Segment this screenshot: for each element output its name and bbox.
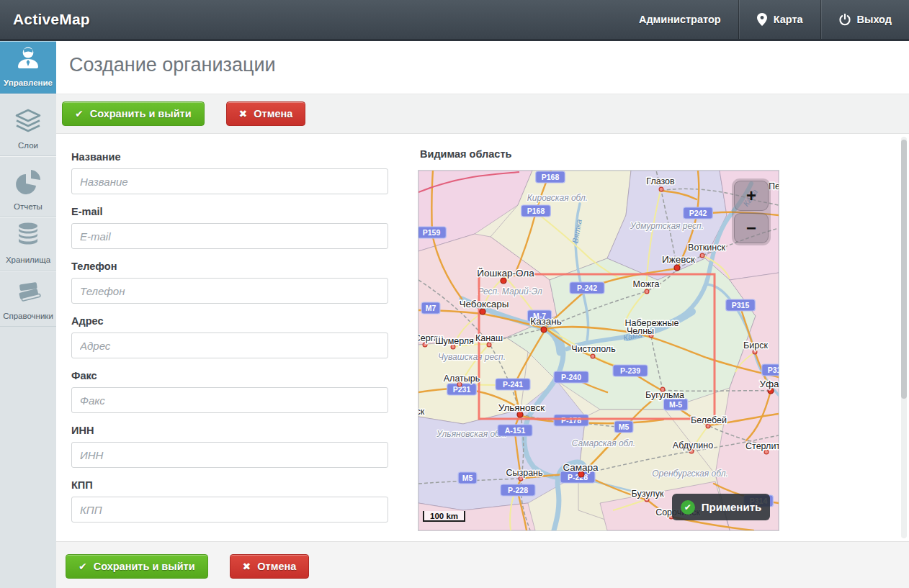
x-icon: ✖ (243, 561, 251, 571)
apply-button[interactable]: ✔ Применить (672, 494, 770, 520)
zoom-in-button[interactable]: + (734, 181, 769, 211)
road-badge-label: P242 (689, 209, 707, 217)
road-badge-label: Р-241 (503, 380, 523, 389)
fax-input[interactable] (71, 387, 388, 413)
cancel-button-bottom[interactable]: ✖ Отмена (230, 554, 310, 579)
region-label: Кировская обл. (527, 193, 588, 203)
map-canvas[interactable]: КамаВяткаКама Кировская обл.Удмуртская р… (418, 170, 779, 531)
city-label: Ульяновск (498, 402, 545, 413)
city-dot (541, 327, 547, 333)
sidebar-item-layers[interactable]: Слои (0, 94, 56, 156)
city-label: Ижевск (662, 254, 695, 265)
region-label: Самарская обл. (572, 438, 635, 448)
topbar-menu: Администратор Карта Выход (622, 0, 909, 39)
sidebar: Управление Слои Отчеты Хранилища Справоч… (0, 41, 56, 588)
city-label: Саранск (418, 407, 425, 417)
city-dot (480, 309, 485, 315)
top-action-band: ✔ Сохранить и выйти ✖ Отмена (56, 94, 909, 134)
bottom-action-band: ✔ Сохранить и выйти ✖ Отмена (56, 541, 909, 588)
email-label: E-mail (71, 206, 388, 217)
city-label: Чистополь (571, 344, 615, 354)
road-badge-label: Р-242 (577, 284, 597, 292)
city-label: Чебоксары (459, 299, 509, 309)
scrollbar-thumb[interactable] (901, 140, 907, 399)
road-badge-label: Р-178 (561, 416, 581, 425)
sidebar-item-directories[interactable]: Справочники (0, 271, 56, 327)
road-badge-label: М5 (619, 422, 630, 431)
email-input[interactable] (71, 223, 388, 249)
map-zoom-control: + − (732, 178, 771, 245)
city-label: Уфа (759, 379, 779, 389)
form-field-kpp: КПП (71, 479, 388, 523)
kpp-label: КПП (71, 479, 388, 491)
topbar: ActiveMap Администратор Карта Выход (0, 0, 909, 41)
address-label: Адрес (71, 315, 388, 327)
road-badge-label: Р-239 (620, 366, 640, 375)
x-icon: ✖ (239, 109, 248, 119)
visible-area-label: Видимая область (420, 148, 511, 160)
road-badge-label: Р-240 (561, 373, 581, 381)
road-badge-label: Р-228 (568, 473, 588, 481)
road-badge-label: P159 (423, 228, 441, 237)
phone-label: Телефон (71, 261, 388, 272)
phone-input[interactable] (71, 278, 388, 304)
region-label: Чувашская респ. (438, 352, 506, 362)
power-icon (839, 14, 851, 26)
road-badge-label: М-5 (669, 400, 682, 409)
zoom-out-button[interactable]: − (734, 213, 769, 243)
address-input[interactable] (71, 333, 388, 358)
city-dot (659, 187, 663, 191)
form-field-inn: ИНН (71, 425, 388, 468)
logout-link[interactable]: Выход (822, 0, 909, 39)
inn-label: ИНН (71, 425, 388, 436)
map-link[interactable]: Карта (740, 0, 820, 39)
road-badge-label: А-151 (505, 426, 526, 435)
database-icon (15, 222, 41, 250)
kpp-input[interactable] (71, 497, 388, 523)
map-pin-icon (757, 13, 767, 26)
city-label: Бирск (743, 340, 768, 350)
form-field-address: Адрес (71, 315, 388, 358)
city-dot (501, 278, 506, 284)
check-icon: ✔ (79, 561, 87, 571)
name-input[interactable] (71, 168, 388, 194)
region-label: Респ. Марий-Эл (478, 286, 542, 297)
road-badge-label: P168 (527, 207, 545, 215)
region-label: Оренбургская обл. (652, 469, 728, 479)
vertical-scrollbar[interactable] (901, 137, 907, 538)
city-dot (591, 354, 595, 358)
city-label: Казань (530, 316, 561, 327)
city-label: Шумерля (435, 336, 474, 346)
inn-input[interactable] (71, 442, 388, 468)
fax-label: Факс (71, 370, 388, 381)
road-badge-label: М5 (462, 474, 473, 482)
sidebar-item-management[interactable]: Управление (0, 41, 56, 94)
main-panel: Создание организации ✔ Сохранить и выйти… (56, 41, 909, 588)
city-label: Самара (563, 462, 599, 473)
road-badge-label: P231 (453, 385, 471, 394)
road-badge-label: P315 (732, 301, 750, 309)
sidebar-item-storage[interactable]: Хранилища (0, 217, 56, 271)
city-dot (674, 265, 680, 271)
save-button[interactable]: ✔ Сохранить и выйти (62, 101, 205, 126)
city-label: Белебей (691, 415, 727, 425)
city-label: Челны (627, 326, 654, 336)
city-label: Алатырь (444, 374, 480, 384)
region-label: Удмуртская респ. (630, 221, 704, 231)
road-badge-label: P315 (768, 366, 779, 374)
map-scale-bar: 100 km (423, 511, 465, 522)
form-field-email: E-mail (71, 206, 388, 249)
road-badge-label: Р-228 (508, 486, 528, 494)
sidebar-item-reports[interactable]: Отчеты (0, 156, 56, 217)
form-field-fax: Факс (71, 370, 388, 413)
organization-form: НазваниеE-mailТелефонАдресФаксИННКПП (71, 151, 388, 534)
current-user-label: Администратор (622, 0, 738, 39)
city-label: Йошкар-Ола (477, 268, 534, 279)
cancel-button[interactable]: ✖ Отмена (226, 101, 306, 126)
save-button-bottom[interactable]: ✔ Сохранить и выйти (66, 554, 208, 579)
city-label: Воткинск (688, 243, 725, 253)
name-label: Название (71, 151, 388, 163)
city-label: Канаш (475, 333, 503, 343)
page-title: Создание организации (69, 54, 276, 76)
user-icon (15, 45, 41, 73)
